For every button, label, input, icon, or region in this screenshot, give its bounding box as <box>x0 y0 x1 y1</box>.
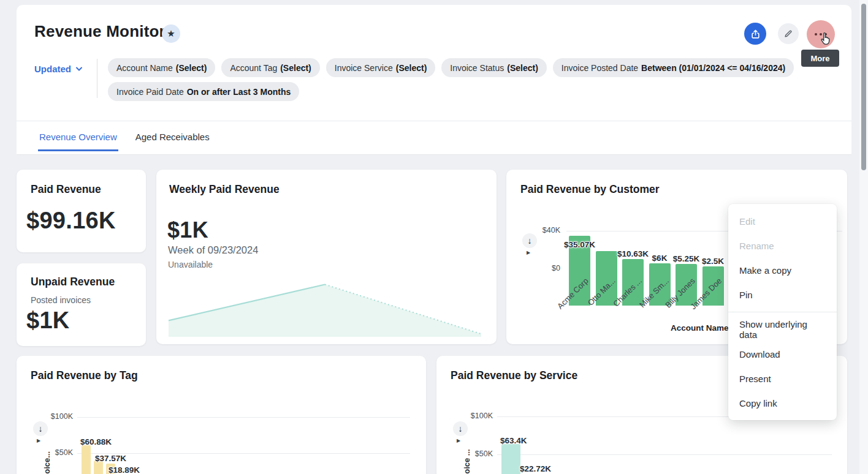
gridline <box>77 417 410 418</box>
bar-n0[interactable] <box>501 444 520 474</box>
download-chart-icon[interactable]: ↓ <box>453 421 468 436</box>
edit-button[interactable] <box>778 23 799 44</box>
download-chart-icon[interactable]: ↓ <box>33 421 48 436</box>
weekly-area-chart[interactable] <box>166 275 485 339</box>
updated-dropdown[interactable]: Updated <box>34 64 83 74</box>
card-title: Paid Revenue by Customer <box>520 183 660 196</box>
updated-label: Updated <box>34 64 71 74</box>
menu-item-make-a-copy[interactable]: Make a copy <box>728 258 837 282</box>
chevron-down-icon <box>75 67 83 72</box>
filter-value: (Select) <box>176 63 207 73</box>
x-axis-dimension-dropdown[interactable]: Account Name ▾ <box>671 323 736 333</box>
ellipsis-icon <box>815 33 827 36</box>
filter-value: (Select) <box>396 63 427 73</box>
filter-name: Invoice Status <box>450 63 504 73</box>
filter-name: Invoice Posted Date <box>562 63 638 73</box>
bar-value-label: $18.89K <box>108 465 140 474</box>
expand-chart-icon[interactable]: ▶ <box>37 438 40 443</box>
card-title: Paid Revenue by Tag <box>31 369 138 382</box>
y-axis-tick: $100K <box>456 412 493 420</box>
menu-item-download[interactable]: Download <box>728 342 837 366</box>
tabs-separator <box>17 121 851 121</box>
card-title: Weekly Paid Revenue <box>169 183 280 196</box>
menu-item-edit: Edit <box>728 209 837 233</box>
share-arrow-icon <box>750 29 761 39</box>
gridline <box>497 454 832 455</box>
filter-value: Between (01/01/2024 <= 04/16/2024) <box>641 63 785 73</box>
filter-chip-row-1: Account Name(Select)Account Tag(Select)I… <box>108 58 794 77</box>
filter-chip-invoice-service[interactable]: Invoice Service(Select) <box>326 58 436 77</box>
gridline <box>77 453 410 454</box>
bar-value-label: $63.4K <box>500 436 527 445</box>
menu-item-present[interactable]: Present <box>728 366 837 391</box>
y-axis-tick: $0 <box>523 264 560 273</box>
menu-divider <box>728 312 837 312</box>
weekly-subtitle: Week of 09/23/2024 <box>168 244 258 256</box>
more-context-menu: EditRenameMake a copyPinShow underlying … <box>728 204 837 420</box>
filter-chip-invoice-status[interactable]: Invoice Status(Select) <box>441 58 547 77</box>
expand-chart-icon[interactable]: ▶ <box>527 250 530 255</box>
bar-value-label: $22.72K <box>520 464 551 473</box>
bar-value-label: $35.07K <box>549 240 611 249</box>
filter-chip-row-2: Invoice Paid DateOn or after Last 3 Mont… <box>108 82 299 101</box>
weekly-paid-revenue-card: Weekly Paid Revenue $1K Week of 09/23/20… <box>156 170 497 344</box>
menu-item-show-underlying-data[interactable]: Show underlying data <box>728 317 837 342</box>
favorite-star-icon[interactable]: ★ <box>162 24 180 43</box>
filter-value: (Select) <box>507 63 538 73</box>
filter-name: Invoice Paid Date <box>116 87 184 97</box>
weekly-value: $1K <box>167 217 208 243</box>
bar-value-label: $60.88K <box>80 437 112 446</box>
bar-value-label: $37.57K <box>95 454 126 463</box>
x-axis-dimension-label: Account Name <box>671 323 729 333</box>
tab-aged-receivables[interactable]: Aged Receivables <box>134 127 211 151</box>
y-axis-tick: $100K <box>36 412 73 421</box>
share-button[interactable] <box>744 23 766 45</box>
unpaid-revenue-value: $1K <box>26 307 70 334</box>
download-chart-icon[interactable]: ↓ <box>522 233 537 248</box>
more-button[interactable] <box>807 20 835 48</box>
expand-chart-icon[interactable]: ▶ <box>457 438 460 443</box>
filter-chip-account-name[interactable]: Account Name(Select) <box>108 58 215 77</box>
scrollbar-thumb[interactable] <box>861 4 866 170</box>
filter-name: Account Tag <box>230 63 277 73</box>
menu-item-pin[interactable]: Pin <box>728 282 837 307</box>
filter-chip-invoice-posted-date[interactable]: Invoice Posted DateBetween (01/01/2024 <… <box>553 58 794 77</box>
y-axis-tick: $40K <box>523 226 560 235</box>
filters-divider <box>97 59 97 98</box>
paid-revenue-card: Paid Revenue $99.16K <box>17 170 146 252</box>
filter-value: On or after Last 3 Months <box>187 87 291 97</box>
filter-chip-invoice-paid-date[interactable]: Invoice Paid DateOn or after Last 3 Mont… <box>108 82 299 101</box>
unpaid-revenue-subtitle: Posted invoices <box>31 295 91 305</box>
filter-name: Invoice Service <box>335 63 393 73</box>
filter-value: (Select) <box>280 63 311 73</box>
filter-name: Account Name <box>116 63 173 73</box>
tab-revenue-overview[interactable]: Revenue Overview <box>38 127 118 151</box>
weekly-status: Unavailable <box>168 260 213 269</box>
menu-item-copy-link[interactable]: Copy link <box>728 391 837 415</box>
pencil-icon <box>783 29 793 39</box>
card-title: Paid Revenue <box>31 183 101 196</box>
more-tooltip: More <box>801 50 839 67</box>
card-title: Unpaid Revenue <box>31 276 115 288</box>
paid-revenue-value: $99.16K <box>26 208 116 234</box>
page-title: Revenue Monitor <box>34 22 166 41</box>
bar-n0[interactable] <box>82 445 91 474</box>
paid-revenue-by-tag-card: Paid Revenue by Tag ↓ ▶ voice... $100K$5… <box>17 356 426 474</box>
tab-bar: Revenue OverviewAged Receivables <box>38 127 211 151</box>
card-title: Paid Revenue by Service <box>451 369 577 382</box>
y-axis-tick: $50K <box>456 450 493 458</box>
menu-item-rename: Rename <box>728 233 837 258</box>
filter-chip-account-tag[interactable]: Account Tag(Select) <box>221 58 319 77</box>
unpaid-revenue-card: Unpaid Revenue Posted invoices $1K <box>17 263 146 346</box>
y-axis-tick: $50K <box>36 448 73 457</box>
